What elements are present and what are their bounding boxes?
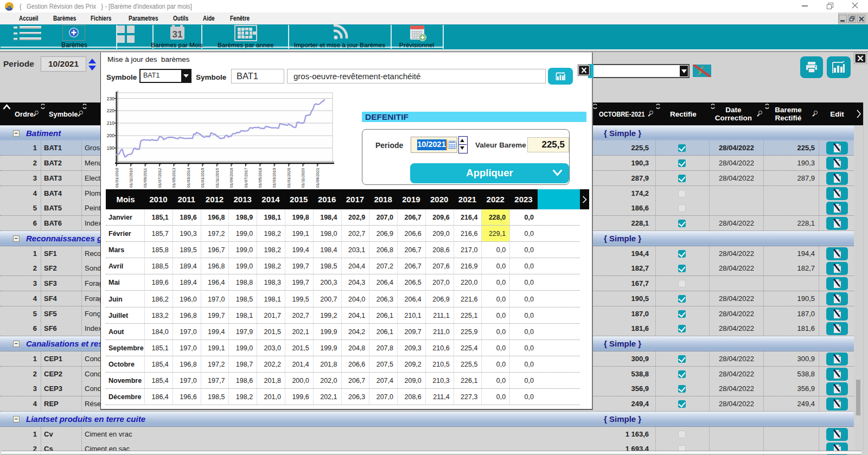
svg-text:200: 200 [107,133,114,138]
svg-text:W: W [8,5,11,9]
svg-text:01/05/2018: 01/05/2018 [258,168,263,188]
svg-text:190: 190 [107,145,114,151]
svg-text:210: 210 [107,120,114,126]
svg-text:01/03/2019: 01/03/2019 [272,168,277,188]
svg-text:01/09/2011: 01/09/2011 [143,168,148,188]
svg-text:01/09/2021: 01/09/2021 [315,168,320,188]
svg-text:01/11/2015: 01/11/2015 [215,168,220,188]
svg-text:01/11/2010: 01/11/2010 [129,168,133,188]
svg-text:01/01/2015: 01/01/2015 [200,168,205,188]
svg-text:230: 230 [107,96,114,101]
svg-text:01/03/2014: 01/03/2014 [186,168,191,188]
svg-text:01/01/2010: 01/01/2010 [114,168,119,188]
svg-text:01/01/2020: 01/01/2020 [286,168,291,188]
svg-text:220: 220 [107,108,114,113]
svg-text:31: 31 [173,29,183,40]
svg-text:01/07/2012: 01/07/2012 [157,168,162,188]
svg-text:01/11/2020: 01/11/2020 [301,168,305,188]
svg-text:01/07/2017: 01/07/2017 [244,168,248,188]
svg-text:01/09/2016: 01/09/2016 [229,168,234,188]
svg-text:01/05/2013: 01/05/2013 [171,168,176,188]
